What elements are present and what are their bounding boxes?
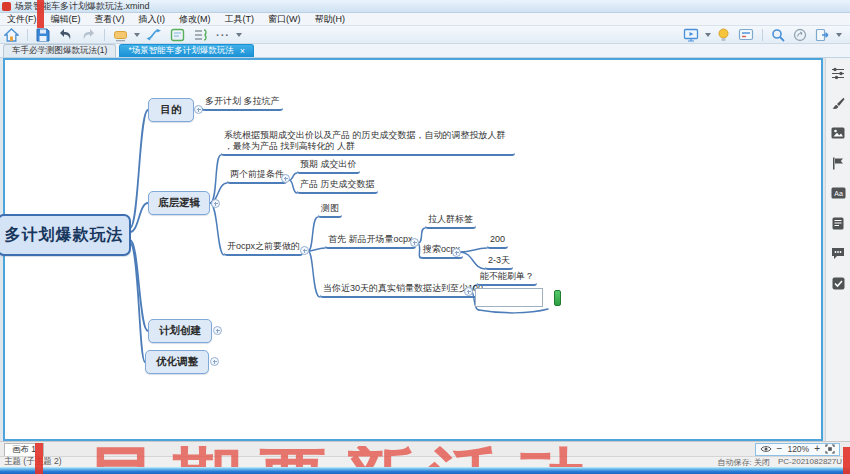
- topic-200[interactable]: 200: [487, 234, 508, 249]
- search-button[interactable]: [767, 27, 789, 43]
- topic-premise[interactable]: 两个前提条件: [227, 169, 287, 184]
- tab-label: 车手必学测图爆款玩法(1): [12, 45, 107, 57]
- collapse-icon[interactable]: [300, 246, 309, 255]
- topic-2-3-days[interactable]: 2-3天: [485, 255, 513, 270]
- zoom-controls: − 120% +: [755, 443, 840, 456]
- comment-icon: [831, 247, 845, 260]
- zoom-out-button[interactable]: −: [777, 444, 783, 454]
- tab-current-document[interactable]: *场景智能车多计划爆款玩法 ×: [119, 44, 254, 57]
- export-button[interactable]: [811, 27, 834, 43]
- outline-button[interactable]: [189, 27, 212, 43]
- collapse-icon[interactable]: [281, 174, 290, 183]
- save-button[interactable]: [32, 27, 54, 43]
- style-brush-button[interactable]: [826, 88, 850, 118]
- comment-button[interactable]: [826, 238, 850, 268]
- topic-test-pic[interactable]: 测图: [318, 203, 342, 218]
- topic-first-ocpx[interactable]: 首先 新品开场量ocpx: [325, 234, 416, 249]
- redo-button[interactable]: [77, 27, 100, 43]
- zoom-in-button[interactable]: +: [814, 444, 820, 454]
- task-button[interactable]: [826, 268, 850, 298]
- more-dropdown-caret[interactable]: [236, 33, 242, 37]
- image-button[interactable]: [826, 118, 850, 148]
- card-button[interactable]: [734, 27, 758, 43]
- marker-icon: [113, 28, 128, 42]
- collapse-icon[interactable]: [464, 287, 473, 296]
- central-topic[interactable]: 多计划爆款玩法: [0, 214, 131, 256]
- marker-flag-button[interactable]: [826, 148, 850, 178]
- document-tab-bar: 车手必学测图爆款玩法(1) *场景智能车多计划爆款玩法 ×: [0, 44, 850, 58]
- eye-icon[interactable]: [760, 445, 772, 453]
- topic-purpose-child[interactable]: 多开计划 多拉坑产: [202, 96, 283, 111]
- toolbar-separator: [104, 29, 105, 41]
- lightbulb-icon: [717, 28, 730, 42]
- fit-screen-icon[interactable]: [825, 444, 835, 454]
- collapse-icon[interactable]: [452, 248, 461, 257]
- bottom-blue-strip: [0, 467, 850, 474]
- autosave-status: 自动保存: 关闭: [718, 457, 770, 468]
- editing-topic-box[interactable]: [475, 288, 543, 307]
- menu-window[interactable]: 窗口(W): [261, 13, 308, 26]
- topic-logic-desc[interactable]: 系统根据预期成交出价以及产品 的历史成交数据，自动的调整投放人群 ，最终为产品 …: [221, 130, 515, 156]
- workspace: 多计划爆款玩法 目的 多开计划 多拉坑产 底层逻辑 系统根据预期成交出价以及产品…: [0, 58, 850, 441]
- topic-plan-create[interactable]: 计划创建: [148, 319, 212, 343]
- topic-can-brush[interactable]: 能不能刷单？: [477, 271, 537, 286]
- task-checkbox-icon: [832, 277, 845, 290]
- more-button[interactable]: ···: [212, 27, 234, 43]
- summary-button[interactable]: [166, 27, 189, 43]
- collapse-icon[interactable]: [410, 238, 419, 247]
- menu-insert[interactable]: 插入(I): [132, 13, 173, 26]
- undo-button[interactable]: [54, 27, 77, 43]
- topic-premise-2[interactable]: 产品 历史成交数据: [297, 179, 378, 194]
- topic-optimize[interactable]: 优化调整: [145, 350, 209, 374]
- menu-view[interactable]: 查看(V): [88, 13, 132, 26]
- watermark-stripe-top: [37, 0, 44, 28]
- drag-handle[interactable]: [554, 290, 561, 306]
- menu-tools[interactable]: 工具(T): [218, 13, 262, 26]
- device-name: PC-2021082827U: [778, 457, 842, 468]
- tab-close-icon[interactable]: ×: [240, 47, 245, 56]
- marker-button[interactable]: [109, 27, 132, 43]
- relationship-button[interactable]: [142, 27, 166, 43]
- title-bar: 场景智能车多计划爆款玩法.xmind: [0, 0, 850, 13]
- relationship-icon: [146, 28, 162, 41]
- menu-modify[interactable]: 修改(M): [172, 13, 218, 26]
- marker-dropdown-caret[interactable]: [134, 33, 140, 37]
- export-icon: [815, 28, 830, 42]
- share-button[interactable]: [789, 27, 811, 43]
- collapse-icon[interactable]: [211, 199, 220, 208]
- topic-logic[interactable]: 底层逻辑: [148, 191, 210, 215]
- notes-button[interactable]: [826, 208, 850, 238]
- collapse-icon[interactable]: [213, 326, 222, 335]
- menu-help[interactable]: 帮助(H): [308, 13, 353, 26]
- app-logo-icon: [2, 2, 11, 11]
- topic-sales-30days[interactable]: 当你近30天的真实销量数据达到至少100: [320, 283, 486, 298]
- presentation-button[interactable]: [679, 27, 703, 43]
- presentation-icon: [683, 28, 699, 42]
- home-icon: [4, 28, 19, 42]
- toolbar-separator: [27, 29, 28, 41]
- collapse-icon[interactable]: [210, 357, 219, 366]
- card-icon: [738, 28, 754, 41]
- topic-before-ocpx[interactable]: 开ocpx之前要做的: [224, 241, 303, 256]
- lightbulb-button[interactable]: [713, 27, 734, 43]
- presentation-dropdown-caret[interactable]: [705, 33, 711, 37]
- home-button[interactable]: [0, 27, 23, 43]
- menu-edit[interactable]: 编辑(E): [44, 13, 88, 26]
- search-icon: [771, 28, 785, 42]
- topic-pull-tag[interactable]: 拉人群标签: [425, 214, 476, 229]
- export-dropdown-caret[interactable]: [836, 33, 842, 37]
- format-panel-button[interactable]: [826, 58, 850, 88]
- sheet-tab-label: 画布 1: [12, 444, 36, 456]
- tab-other-document[interactable]: 车手必学测图爆款玩法(1): [3, 44, 116, 57]
- mindmap-canvas[interactable]: 多计划爆款玩法 目的 多开计划 多拉坑产 底层逻辑 系统根据预期成交出价以及产品…: [3, 58, 823, 441]
- sticker-label-button[interactable]: Aa: [826, 178, 850, 208]
- notes-icon: [832, 217, 844, 230]
- share-icon: [793, 28, 807, 42]
- topic-purpose[interactable]: 目的: [148, 98, 194, 122]
- undo-icon: [58, 28, 73, 41]
- topic-premise-1[interactable]: 预期 成交出价: [297, 159, 360, 174]
- image-icon: [831, 127, 845, 139]
- status-bar: 主题 (子主题 2) 自动保存: 关闭 PC-2021082827U: [0, 456, 850, 467]
- flag-icon: [832, 157, 844, 170]
- toolbar: ···: [0, 26, 850, 44]
